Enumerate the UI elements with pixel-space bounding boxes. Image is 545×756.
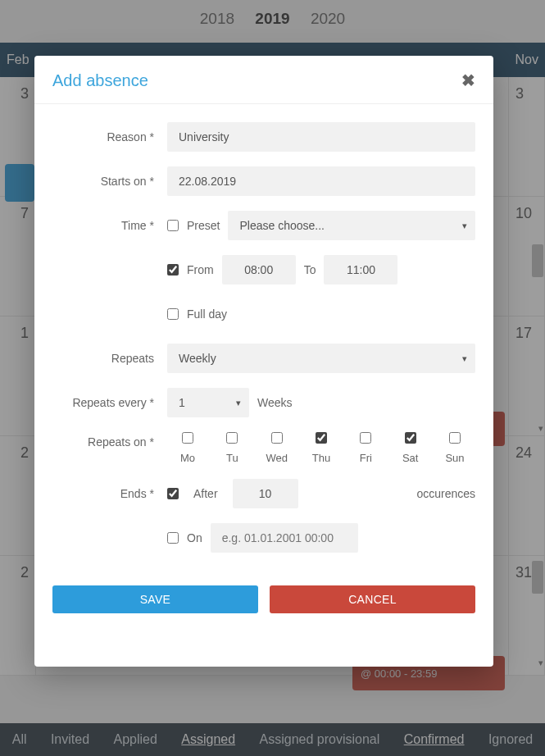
day-mo-checkbox[interactable] [182,432,193,444]
repeats-label: Repeats [52,352,167,365]
day-wed-label: Wed [266,452,288,464]
day-fri-checkbox[interactable] [360,432,371,444]
preset-select[interactable] [228,211,475,240]
ends-label: Ends * [52,487,167,500]
day-fri-label: Fri [360,452,372,464]
modal-title: Add absence [52,71,148,90]
reason-label: Reason * [52,130,167,143]
modal-footer: SAVE CANCEL [34,577,493,630]
modal-header: Add absence ✖ [34,56,493,104]
close-icon[interactable]: ✖ [461,71,475,90]
cancel-button[interactable]: CANCEL [270,585,475,613]
day-sun-label: Sun [445,452,464,464]
on-label: On [187,531,202,544]
occurrences-input[interactable] [233,479,298,508]
day-tu-label: Tu [226,452,238,464]
from-checkbox[interactable] [167,264,179,276]
day-thu-label: Thu [312,452,330,464]
repeats-on-label: Repeats on * [52,432,167,449]
repeats-every-select[interactable] [167,388,249,417]
save-button[interactable]: SAVE [52,585,258,613]
weekday-picker: Mo Tu Wed Thu Fri Sat Sun [167,432,475,464]
starts-on-label: Starts on * [52,175,167,188]
day-sat-label: Sat [402,452,419,464]
from-label: From [187,263,214,276]
to-time-input[interactable] [324,255,397,285]
weeks-label: Weeks [257,396,293,409]
starts-on-input[interactable] [167,166,475,196]
day-sat-checkbox[interactable] [405,432,416,444]
day-sun-checkbox[interactable] [449,432,461,444]
occurrences-label: occurences [416,487,475,500]
after-label: After [193,487,218,500]
day-mo-label: Mo [180,452,195,464]
day-tu-checkbox[interactable] [226,432,238,444]
repeats-select[interactable] [167,344,475,373]
repeats-every-label: Repeats every * [52,396,167,409]
fullday-checkbox[interactable] [167,308,179,320]
from-time-input[interactable] [222,255,296,285]
to-label: To [304,263,316,276]
after-checkbox[interactable] [167,488,179,499]
fullday-label: Full day [187,307,227,321]
day-thu-checkbox[interactable] [316,432,327,444]
modal-body: Reason * Starts on * Time * Preset [34,104,493,577]
day-wed-checkbox[interactable] [271,432,283,444]
on-checkbox[interactable] [167,532,179,544]
add-absence-modal: Add absence ✖ Reason * Starts on * Time … [34,56,493,667]
time-label: Time * [52,219,167,232]
preset-checkbox[interactable] [167,220,179,231]
on-date-input[interactable] [211,523,358,553]
preset-label: Preset [187,219,220,232]
reason-input[interactable] [167,122,475,152]
